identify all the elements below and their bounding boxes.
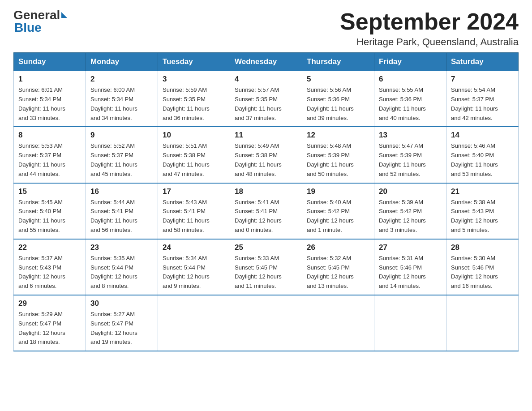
calendar-cell	[302, 295, 374, 351]
day-info: Sunrise: 5:44 AMSunset: 5:41 PMDaylight:…	[90, 198, 153, 235]
day-number: 14	[451, 131, 514, 140]
day-info: Sunrise: 5:35 AMSunset: 5:44 PMDaylight:…	[90, 254, 153, 291]
day-number: 5	[307, 75, 369, 84]
calendar-cell: 20Sunrise: 5:39 AMSunset: 5:42 PMDayligh…	[374, 183, 446, 239]
day-info: Sunrise: 5:48 AMSunset: 5:39 PMDaylight:…	[307, 141, 369, 179]
day-number: 19	[307, 187, 369, 196]
day-info: Sunrise: 5:49 AMSunset: 5:38 PMDaylight:…	[235, 141, 297, 179]
page-header: General Blue September 2024 Heritage Par…	[13, 9, 519, 48]
day-number: 24	[163, 243, 225, 252]
column-header-tuesday: Tuesday	[158, 53, 230, 71]
day-number: 12	[307, 131, 369, 140]
day-number: 11	[235, 131, 297, 140]
day-number: 26	[307, 243, 369, 252]
calendar-week-row: 22Sunrise: 5:37 AMSunset: 5:43 PMDayligh…	[14, 239, 519, 295]
calendar-cell: 16Sunrise: 5:44 AMSunset: 5:41 PMDayligh…	[86, 183, 158, 239]
day-number: 21	[451, 187, 514, 196]
day-info: Sunrise: 6:01 AMSunset: 5:34 PMDaylight:…	[18, 86, 81, 123]
day-info: Sunrise: 5:41 AMSunset: 5:41 PMDaylight:…	[235, 198, 297, 235]
day-number: 6	[379, 75, 442, 84]
column-header-monday: Monday	[86, 53, 158, 71]
calendar-cell: 7Sunrise: 5:54 AMSunset: 5:37 PMDaylight…	[446, 71, 519, 127]
calendar-cell	[374, 295, 446, 351]
day-number: 1	[18, 75, 81, 84]
calendar-week-row: 1Sunrise: 6:01 AMSunset: 5:34 PMDaylight…	[14, 71, 519, 127]
calendar-cell: 19Sunrise: 5:40 AMSunset: 5:42 PMDayligh…	[302, 183, 374, 239]
column-header-friday: Friday	[374, 53, 446, 71]
day-number: 3	[163, 75, 225, 84]
day-number: 4	[235, 75, 297, 84]
day-number: 17	[163, 187, 225, 196]
calendar-cell: 17Sunrise: 5:43 AMSunset: 5:41 PMDayligh…	[158, 183, 230, 239]
day-number: 10	[163, 131, 225, 140]
day-info: Sunrise: 5:31 AMSunset: 5:46 PMDaylight:…	[379, 254, 442, 291]
calendar-cell: 3Sunrise: 5:59 AMSunset: 5:35 PMDaylight…	[158, 71, 230, 127]
calendar-cell: 8Sunrise: 5:53 AMSunset: 5:37 PMDaylight…	[14, 127, 86, 183]
day-info: Sunrise: 5:57 AMSunset: 5:35 PMDaylight:…	[235, 86, 297, 123]
logo-blue-text: Blue	[13, 21, 67, 34]
column-header-sunday: Sunday	[14, 53, 86, 71]
calendar-week-row: 15Sunrise: 5:45 AMSunset: 5:40 PMDayligh…	[14, 183, 519, 239]
day-number: 15	[18, 187, 81, 196]
calendar-cell: 26Sunrise: 5:32 AMSunset: 5:45 PMDayligh…	[302, 239, 374, 295]
logo-general-text: General	[13, 9, 60, 21]
calendar-cell: 6Sunrise: 5:55 AMSunset: 5:36 PMDaylight…	[374, 71, 446, 127]
calendar-cell: 27Sunrise: 5:31 AMSunset: 5:46 PMDayligh…	[374, 239, 446, 295]
calendar-cell: 22Sunrise: 5:37 AMSunset: 5:43 PMDayligh…	[14, 239, 86, 295]
calendar-cell: 15Sunrise: 5:45 AMSunset: 5:40 PMDayligh…	[14, 183, 86, 239]
calendar-cell: 14Sunrise: 5:46 AMSunset: 5:40 PMDayligh…	[446, 127, 519, 183]
day-number: 8	[18, 131, 81, 140]
calendar-header-row: SundayMondayTuesdayWednesdayThursdayFrid…	[14, 53, 519, 71]
day-number: 18	[235, 187, 297, 196]
column-header-saturday: Saturday	[446, 53, 519, 71]
day-info: Sunrise: 5:37 AMSunset: 5:43 PMDaylight:…	[18, 254, 81, 291]
calendar-cell: 18Sunrise: 5:41 AMSunset: 5:41 PMDayligh…	[230, 183, 302, 239]
day-info: Sunrise: 5:33 AMSunset: 5:45 PMDaylight:…	[235, 254, 297, 291]
day-info: Sunrise: 5:40 AMSunset: 5:42 PMDaylight:…	[307, 198, 369, 235]
day-info: Sunrise: 5:45 AMSunset: 5:40 PMDaylight:…	[18, 198, 81, 235]
day-number: 16	[90, 187, 153, 196]
calendar-cell: 10Sunrise: 5:51 AMSunset: 5:38 PMDayligh…	[158, 127, 230, 183]
calendar-cell: 28Sunrise: 5:30 AMSunset: 5:46 PMDayligh…	[446, 239, 519, 295]
day-number: 22	[18, 243, 81, 252]
day-info: Sunrise: 5:51 AMSunset: 5:38 PMDaylight:…	[163, 141, 225, 179]
day-info: Sunrise: 5:27 AMSunset: 5:47 PMDaylight:…	[90, 310, 153, 347]
calendar-cell: 12Sunrise: 5:48 AMSunset: 5:39 PMDayligh…	[302, 127, 374, 183]
calendar-cell: 30Sunrise: 5:27 AMSunset: 5:47 PMDayligh…	[86, 295, 158, 351]
day-number: 7	[451, 75, 514, 84]
day-info: Sunrise: 5:59 AMSunset: 5:35 PMDaylight:…	[163, 86, 225, 123]
day-info: Sunrise: 5:55 AMSunset: 5:36 PMDaylight:…	[379, 86, 442, 123]
day-number: 9	[90, 131, 153, 140]
calendar-cell: 4Sunrise: 5:57 AMSunset: 5:35 PMDaylight…	[230, 71, 302, 127]
day-number: 13	[379, 131, 442, 140]
calendar-cell: 23Sunrise: 5:35 AMSunset: 5:44 PMDayligh…	[86, 239, 158, 295]
title-block: September 2024 Heritage Park, Queensland…	[340, 9, 519, 48]
logo-triangle-icon	[61, 12, 67, 18]
day-info: Sunrise: 5:43 AMSunset: 5:41 PMDaylight:…	[163, 198, 225, 235]
calendar-cell	[158, 295, 230, 351]
calendar-cell: 11Sunrise: 5:49 AMSunset: 5:38 PMDayligh…	[230, 127, 302, 183]
day-number: 20	[379, 187, 442, 196]
calendar-table: SundayMondayTuesdayWednesdayThursdayFrid…	[13, 52, 519, 351]
day-number: 23	[90, 243, 153, 252]
day-info: Sunrise: 5:53 AMSunset: 5:37 PMDaylight:…	[18, 141, 81, 179]
logo: General Blue	[13, 9, 67, 34]
day-info: Sunrise: 5:34 AMSunset: 5:44 PMDaylight:…	[163, 254, 225, 291]
calendar-cell: 21Sunrise: 5:38 AMSunset: 5:43 PMDayligh…	[446, 183, 519, 239]
calendar-cell: 1Sunrise: 6:01 AMSunset: 5:34 PMDaylight…	[14, 71, 86, 127]
day-info: Sunrise: 5:32 AMSunset: 5:45 PMDaylight:…	[307, 254, 369, 291]
calendar-cell: 2Sunrise: 6:00 AMSunset: 5:34 PMDaylight…	[86, 71, 158, 127]
day-info: Sunrise: 5:30 AMSunset: 5:46 PMDaylight:…	[451, 254, 514, 291]
column-header-wednesday: Wednesday	[230, 53, 302, 71]
day-number: 2	[90, 75, 153, 84]
calendar-cell: 9Sunrise: 5:52 AMSunset: 5:37 PMDaylight…	[86, 127, 158, 183]
day-number: 30	[90, 299, 153, 308]
day-info: Sunrise: 5:46 AMSunset: 5:40 PMDaylight:…	[451, 141, 514, 179]
day-number: 28	[451, 243, 514, 252]
day-info: Sunrise: 5:52 AMSunset: 5:37 PMDaylight:…	[90, 141, 153, 179]
day-info: Sunrise: 5:39 AMSunset: 5:42 PMDaylight:…	[379, 198, 442, 235]
day-info: Sunrise: 5:38 AMSunset: 5:43 PMDaylight:…	[451, 198, 514, 235]
calendar-subtitle: Heritage Park, Queensland, Australia	[340, 36, 519, 48]
day-info: Sunrise: 5:56 AMSunset: 5:36 PMDaylight:…	[307, 86, 369, 123]
calendar-week-row: 8Sunrise: 5:53 AMSunset: 5:37 PMDaylight…	[14, 127, 519, 183]
